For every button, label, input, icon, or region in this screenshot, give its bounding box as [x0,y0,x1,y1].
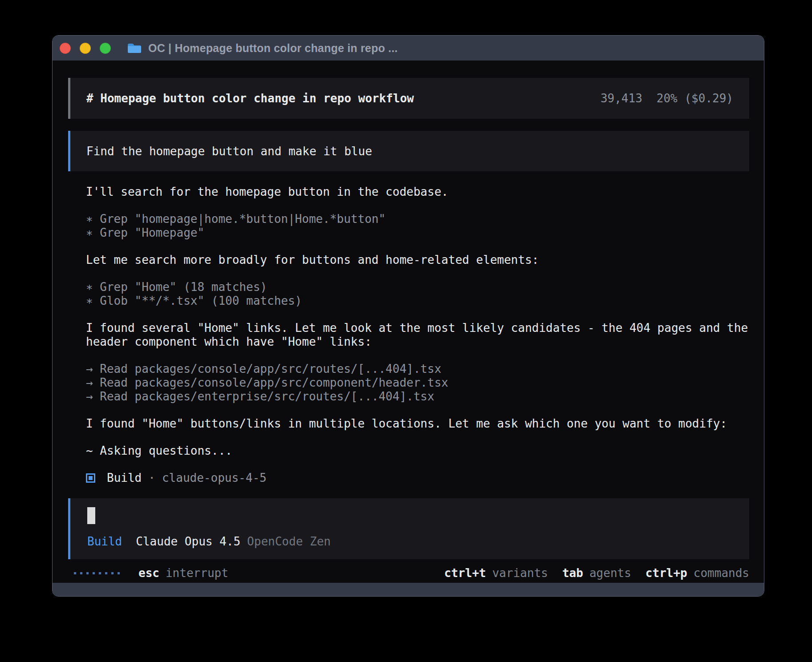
tool-call-line: ∗ Glob "**/*.tsx" (100 matches) [86,294,749,308]
context-cost: 20% ($0.29) [657,92,733,105]
tool-call-line: → Read packages/console/app/src/componen… [86,376,749,390]
assistant-text-line: I found several "Home" links. Let me loo… [86,321,749,349]
token-count: 39,413 [601,92,642,105]
tool-call-line: ∗ Grep "Homepage" [86,226,749,240]
spinner-dot [74,572,76,574]
terminal-window: OC | Homepage button color change in rep… [52,35,764,597]
agent-name: Build [107,471,142,485]
shortcut-key: ctrl+p [646,566,687,580]
shortcut-label: agents [589,566,631,580]
spinner-dot [86,572,89,574]
status-left: esc interrupt [74,566,228,580]
assistant-text-line: ~ Asking questions... [86,444,749,458]
shortcut-variants: ctrl+tvariants [444,566,548,580]
esc-key-hint: esc [138,566,159,580]
assistant-text-line: Let me search more broadly for buttons a… [86,253,749,267]
spinner-dot [93,572,95,574]
session-title: # Homepage button color change in repo w… [86,92,414,105]
provider-label: OpenCode Zen [247,535,331,549]
interrupt-label: interrupt [166,566,228,580]
assistant-text: I found several "Home" links. Let me loo… [86,321,749,349]
assistant-text-line: I'll search for the homepage button in t… [86,185,749,199]
shortcut-key: ctrl+t [444,566,486,580]
minimize-button[interactable] [80,43,91,54]
assistant-text: Let me search more broadly for buttons a… [86,253,749,267]
tool-call-line: ∗ Grep "Home" (18 matches) [86,280,749,294]
terminal-content: # Homepage button color change in repo w… [53,61,764,583]
spinner-dots [74,572,120,574]
user-message: Find the homepage button and make it blu… [68,131,749,171]
session-stats: 39,413 20% ($0.29) [601,92,733,105]
shortcut-commands: ctrl+pcommands [646,566,749,580]
agent-build-icon-inner [89,476,93,480]
agent-status: Build·claude-opus-4-5 [86,471,749,485]
spinner-dot [105,572,107,574]
agent-separator: · [148,471,155,485]
tool-call-group: ∗ Grep "homepage|home.*button|Home.*butt… [86,212,749,240]
text-cursor [87,507,95,524]
agent-model: claude-opus-4-5 [162,471,267,485]
titlebar: OC | Homepage button color change in rep… [53,36,764,61]
agent-build-icon [86,473,95,483]
user-message-text: Find the homepage button and make it blu… [86,145,372,158]
spinner-dot [99,572,101,574]
tool-call-line: → Read packages/console/app/src/routes/[… [86,362,749,376]
spinner-dot [111,572,114,574]
model-label: Claude Opus 4.5 [136,535,240,549]
tool-call-group: → Read packages/console/app/src/routes/[… [86,362,749,404]
agent-mode-label: Build [87,535,122,549]
spinner-dot [80,572,82,574]
title-group: OC | Homepage button color change in rep… [127,42,398,55]
shortcut-label: commands [694,566,749,580]
spinner-dot [118,572,120,574]
input-meta: Build Claude Opus 4.5 OpenCode Zen [87,535,331,549]
assistant-text-line: I found "Home" buttons/links in multiple… [86,417,749,431]
shortcut-label: variants [492,566,548,580]
tool-call-group: ∗ Grep "Home" (18 matches)∗ Glob "**/*.t… [86,280,749,308]
window-bottom-strip [53,583,764,596]
shortcut-key: tab [562,566,583,580]
zoom-button[interactable] [100,43,111,54]
window-title: OC | Homepage button color change in rep… [148,42,398,55]
tool-call-line: → Read packages/enterprise/src/routes/[.… [86,390,749,404]
prompt-input[interactable]: Build Claude Opus 4.5 OpenCode Zen [68,498,749,559]
tool-call-line: ∗ Grep "homepage|home.*button|Home.*butt… [86,212,749,226]
folder-icon [127,42,142,54]
traffic-lights [60,43,111,54]
status-bar: esc interrupt ctrl+tvariantstabagentsctr… [68,566,749,580]
close-button[interactable] [60,43,71,54]
assistant-text: I found "Home" buttons/links in multiple… [86,417,749,431]
assistant-text: I'll search for the homepage button in t… [86,185,749,199]
status-right: ctrl+tvariantstabagentsctrl+pcommands [444,566,749,580]
assistant-text: ~ Asking questions... [86,444,749,458]
session-header: # Homepage button color change in repo w… [68,78,749,119]
shortcut-agents: tabagents [562,566,631,580]
transcript: I'll search for the homepage button in t… [68,185,749,485]
agent-status-line: Build·claude-opus-4-5 [86,471,749,485]
